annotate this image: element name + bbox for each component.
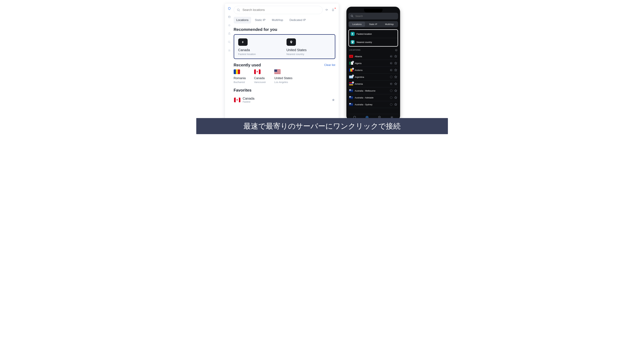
location-row[interactable]: Australia - Adelaide xyxy=(348,94,398,101)
location-row[interactable]: VAndorra xyxy=(348,67,398,74)
tab-static-ip[interactable]: Static IP xyxy=(252,17,268,23)
reco-sub: Nearest country xyxy=(286,53,335,55)
bug-icon[interactable] xyxy=(227,32,231,36)
mobile-tab-static-ip[interactable]: Static IP xyxy=(365,22,381,27)
flag-icon xyxy=(349,103,353,106)
location-name: Andorra xyxy=(355,69,388,71)
mobile-app: Locations Static IP MultiHop Fastest loc… xyxy=(346,7,400,121)
quick-label: Nearest country xyxy=(357,41,372,43)
user-icon[interactable] xyxy=(227,15,231,19)
location-row[interactable]: VArgentina xyxy=(348,74,398,80)
reco-title: United States xyxy=(286,48,335,52)
search-icon xyxy=(237,8,240,12)
load-indicator-icon xyxy=(390,89,392,92)
card-sub: Bucharest xyxy=(234,81,246,83)
mobile-search-wrapper[interactable] xyxy=(348,13,398,19)
svg-point-7 xyxy=(326,10,327,10)
svg-point-8 xyxy=(351,15,352,16)
card-sub: Vancouver xyxy=(254,81,266,83)
locations-header-text: LOCATIONS xyxy=(349,49,360,51)
recommended-box: Canada Fastest location United States Ne… xyxy=(234,34,335,59)
recent-item[interactable]: Canada Vancouver xyxy=(254,69,266,83)
shield-icon[interactable] xyxy=(227,6,231,10)
location-row[interactable]: VArmenia xyxy=(348,80,398,87)
fav-title: Canada xyxy=(243,97,329,100)
flag-icon xyxy=(349,55,353,58)
star-icon[interactable] xyxy=(394,89,398,92)
quick-label: Fastest location xyxy=(357,33,372,35)
star-icon[interactable] xyxy=(394,82,398,85)
virtual-badge-icon: V xyxy=(352,68,354,70)
sidebar xyxy=(225,3,234,121)
location-row[interactable]: Albania xyxy=(348,53,398,60)
svg-point-2 xyxy=(229,25,230,26)
mobile-location-list: AlbaniaVAlgeriaVAndorraVArgentinaVArmeni… xyxy=(348,53,398,114)
load-indicator-icon xyxy=(390,103,392,106)
tab-dedicated-ip[interactable]: Dedicated IP xyxy=(287,17,308,23)
location-name: Algeria xyxy=(355,62,388,64)
tab-multihop[interactable]: MultiHop xyxy=(269,17,286,23)
alert-icon[interactable] xyxy=(227,23,231,27)
mobile-quick-fastest[interactable]: Fastest location xyxy=(349,30,398,38)
virtual-badge-icon: V xyxy=(352,81,354,83)
star-icon[interactable] xyxy=(394,55,398,58)
info-icon[interactable] xyxy=(395,49,398,51)
reco-nearest[interactable]: United States Nearest country xyxy=(286,38,335,55)
star-icon[interactable] xyxy=(394,75,398,79)
recent-item[interactable]: United States Los Angeles xyxy=(274,69,292,83)
star-icon[interactable] xyxy=(394,103,398,106)
location-row[interactable]: Australia - Sydney xyxy=(348,101,398,108)
mobile-tabs: Locations Static IP MultiHop xyxy=(348,21,398,27)
heading-recent: Recently used xyxy=(234,63,261,67)
main-content: Locations Static IP MultiHop Dedicated I… xyxy=(234,3,339,121)
mobile-locations-header: LOCATIONS xyxy=(348,49,398,53)
clear-list-link[interactable]: Clear list xyxy=(324,63,335,67)
card-sub: Los Angeles xyxy=(274,81,292,83)
favorite-item[interactable]: Canada Fastest xyxy=(234,95,335,105)
flag-icon: V xyxy=(349,75,353,78)
star-icon[interactable] xyxy=(332,98,335,102)
fav-sub: Fastest xyxy=(243,100,329,103)
svg-point-6 xyxy=(237,9,239,11)
star-icon[interactable] xyxy=(394,96,398,99)
location-row[interactable]: Australia - Melbourne xyxy=(348,87,398,94)
card-title: United States xyxy=(274,76,292,80)
heading-recommended: Recommended for you xyxy=(234,27,335,32)
svg-point-11 xyxy=(391,117,392,118)
mobile-quick-nearest[interactable]: Nearest country xyxy=(349,38,398,46)
load-indicator-icon xyxy=(390,76,392,78)
bell-icon[interactable] xyxy=(331,8,335,12)
card-title: Canada xyxy=(254,76,266,80)
mobile-tab-multihop[interactable]: MultiHop xyxy=(381,22,398,27)
star-icon[interactable] xyxy=(394,68,398,72)
flag-icon xyxy=(349,89,353,92)
flag-icon: V xyxy=(349,69,353,72)
recent-item[interactable]: Romania Bucharest xyxy=(234,69,246,83)
flag-romania-icon xyxy=(234,69,240,74)
load-indicator-icon xyxy=(390,55,392,57)
gauge-icon[interactable] xyxy=(325,8,329,12)
desktop-app-window: Locations Static IP MultiHop Dedicated I… xyxy=(225,3,339,121)
load-indicator-icon xyxy=(390,69,392,71)
search-input-wrapper[interactable] xyxy=(234,6,322,14)
notification-dot-icon xyxy=(335,8,336,9)
mobile-search-input[interactable] xyxy=(355,14,396,17)
recent-list: Romania Bucharest Canada Vancouver Unite… xyxy=(234,69,335,83)
bolt-icon xyxy=(238,38,248,46)
flag-icon: V xyxy=(349,82,353,85)
flag-us-icon xyxy=(274,69,281,74)
flag-canada-icon xyxy=(254,69,260,74)
search-input[interactable] xyxy=(242,8,320,12)
location-name: Australia - Adelaide xyxy=(355,96,388,99)
reco-fastest[interactable]: Canada Fastest location xyxy=(238,38,286,55)
tab-locations[interactable]: Locations xyxy=(234,17,251,23)
location-row[interactable]: VAlgeria xyxy=(348,60,398,67)
gear-icon[interactable] xyxy=(227,48,231,52)
star-icon[interactable] xyxy=(394,61,398,65)
mobile-tab-locations[interactable]: Locations xyxy=(349,22,365,27)
location-name: Armenia xyxy=(355,83,388,85)
pin-icon xyxy=(286,38,296,46)
virtual-badge-icon: V xyxy=(352,61,354,63)
search-icon[interactable] xyxy=(227,40,231,44)
pin-icon xyxy=(350,40,355,44)
